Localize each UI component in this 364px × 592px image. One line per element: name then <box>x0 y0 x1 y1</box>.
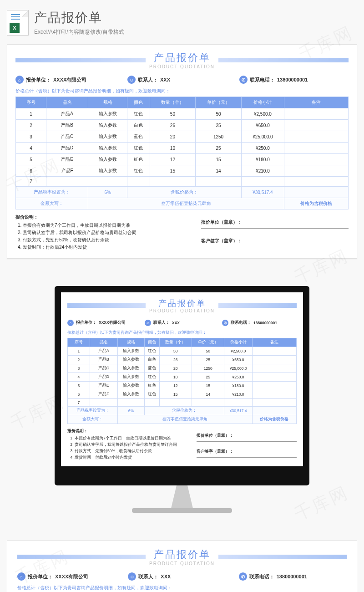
company-value: XXXX有限公司 <box>53 77 86 83</box>
col-color: 颜色 <box>144 338 159 347</box>
quotation-title: 产品报价单 <box>149 51 215 65</box>
person-icon: ☺ <box>127 76 136 84</box>
tax-value: 6% <box>88 187 127 198</box>
quotation-subtitle: PRODUCT QUOTATION <box>149 561 215 566</box>
table-row: 4产品D输入参数红色 1025¥250.0 <box>16 143 349 154</box>
table-row: 6产品F输入参数红色 1514¥210.0 <box>16 165 349 177</box>
total-label: 含税价格为： <box>144 407 224 415</box>
signature-company: 报价单位（盖章）： <box>201 218 349 229</box>
title-bar-right <box>218 555 347 559</box>
contact-label: 联系人： <box>138 573 158 580</box>
phone-value: 13800000001 <box>277 574 307 579</box>
page-header: X 产品报价单 Excel/A4打印/内容随意修改/自带格式 <box>7 9 357 36</box>
quotation-title-block: 产品报价单 PRODUCT QUOTATION <box>67 298 297 313</box>
table-row: 7 <box>16 177 349 187</box>
contact-value: XXX <box>161 574 171 579</box>
quotation-footer: 报价说明： 本报价有效期为7个工作日，生效日期以报价日期为准贵司确认签字后，我司… <box>67 429 297 461</box>
home-icon: ⌂ <box>67 320 74 326</box>
quotation-notice: 价格总计（含税）以下为贵司咨询产品报价明细，如有疑问，欢迎致电询问： <box>67 329 297 338</box>
quotation-notice: 价格总计（含税）以下为贵司咨询产品报价明细，如有疑问，欢迎致电询问： <box>17 583 347 592</box>
table-row: 5产品E输入参数红色 1215¥180.0 <box>16 154 349 165</box>
company-label: 报价单位： <box>26 77 51 83</box>
quotation-notice: 价格总计（含税）以下为贵司咨询产品报价明细，如有疑问，欢迎致电询问： <box>15 87 349 97</box>
table-row: 2产品B输入参数白色 2625¥650.0 <box>16 120 349 131</box>
table-row: 2产品B输入参数白色 2625¥650.0 <box>68 356 297 364</box>
quotation-title: 产品报价单 <box>149 298 215 309</box>
quotation-table: 序号 品名 规格 颜色 数量（个） 单价（元） 价格小计 备注 1产品A输入参数… <box>15 97 349 209</box>
phone-label: 联系电话： <box>249 573 274 580</box>
table-row: 5产品E输入参数红色 1215¥180.0 <box>68 382 297 390</box>
table-row: 1产品A输入参数红色 5050¥2,500.0 <box>16 108 349 120</box>
signature-customer: 客户签字（盖章）： <box>201 236 349 247</box>
title-bar-right <box>218 303 297 308</box>
footer-note-item: 发货时间：付款后24小时内发货 <box>75 454 187 461</box>
phone-value: 13800000001 <box>253 321 277 325</box>
total-value: ¥30,517.4 <box>224 407 252 415</box>
col-seq: 序号 <box>68 338 90 347</box>
col-price: 单价（元） <box>192 338 224 347</box>
signature-company: 报价单位（盖章）： <box>197 432 297 442</box>
quotation-footer: 报价说明： 本报价有效期为7个工作日，生效日期以报价日期为准贵司确认签字后，我司… <box>15 214 349 251</box>
monitor-mockup: 产品报价单 PRODUCT QUOTATION ⌂ 报价单位： XXXX有限公司… <box>7 286 357 513</box>
person-icon: ☺ <box>128 572 136 581</box>
tax-row: 产品税率设置为： 6% 含税价格为： ¥30,517.4 <box>16 187 349 198</box>
tax-label: 产品税率设置为： <box>68 407 118 415</box>
person-icon: ☺ <box>145 320 151 326</box>
phone-value: 13800000001 <box>277 77 308 82</box>
quotation-title-block: 产品报价单 PRODUCT QUOTATION <box>15 51 349 69</box>
footer-note-item: 贵司确认签字后，我司将以报价产品价格与贵司签订合同 <box>23 229 192 236</box>
title-bar-left <box>17 555 146 559</box>
col-spec: 规格 <box>118 338 145 347</box>
phone-icon: ✆ <box>222 320 228 326</box>
company-label: 报价单位： <box>76 320 96 326</box>
table-row: 7 <box>68 399 297 407</box>
amount-cn-value: 叁万零伍佰壹拾柒元肆角 <box>88 198 284 209</box>
quotation-info-row: ⌂ 报价单位： XXXX有限公司 ☺ 联系人： XXX ✆ 联系电话： 1380… <box>67 317 297 329</box>
quotation-info-row: ⌂ 报价单位： XXXX有限公司 ☺ 联系人： XXX ✆ 联系电话： 1380… <box>17 570 347 583</box>
col-qty: 数量（个） <box>159 338 192 347</box>
table-row: 3产品C输入参数蓝色 201250¥25,000.0 <box>68 364 297 373</box>
contact-label: 联系人： <box>153 320 170 326</box>
phone-icon: ✆ <box>239 76 248 84</box>
footer-note-item: 付款方式，先预付50%，收货确认后付余款 <box>23 236 192 244</box>
col-price: 单价（元） <box>196 97 242 108</box>
total-value: ¥30,517.4 <box>241 187 284 198</box>
table-row: 6产品F输入参数红色 1514¥210.0 <box>68 390 297 399</box>
col-qty: 数量（个） <box>150 97 196 108</box>
quotation-title: 产品报价单 <box>149 548 215 561</box>
company-value: XXXX有限公司 <box>55 573 88 580</box>
page-subtitle: Excel/A4打印/内容随意修改/自带格式 <box>34 28 357 36</box>
footer-note-item: 贵司确认签字后，我司将以报价产品价格与贵司签订合同 <box>75 442 187 448</box>
signature-customer: 客户签字（盖章）： <box>197 448 297 458</box>
price-note: 价格为含税价格 <box>284 198 349 209</box>
tax-row: 产品税率设置为： 6% 含税价格为： ¥30,517.4 <box>68 407 297 415</box>
phone-label: 联系电话： <box>231 320 251 326</box>
monitor-base <box>132 508 232 513</box>
col-subtotal: 价格小计 <box>224 338 252 347</box>
footer-notes-list: 本报价有效期为7个工作日，生效日期以报价日期为准贵司确认签字后，我司将以报价产品… <box>75 435 187 461</box>
home-icon: ⌂ <box>17 572 25 581</box>
amount-cn-row: 金额大写： 叁万零伍佰壹拾柒元肆角 价格为含税价格 <box>16 198 349 209</box>
quotation-header-banner: 产品报价单 PRODUCT QUOTATION ⌂ 报价单位： XXXX有限公司… <box>7 540 357 592</box>
amount-cn-row: 金额大写： 叁万零伍佰壹拾柒元肆角 价格为含税价格 <box>68 415 297 424</box>
quotation-subtitle: PRODUCT QUOTATION <box>149 308 215 313</box>
page-title: 产品报价单 <box>34 9 357 26</box>
col-spec: 规格 <box>88 97 127 108</box>
company-label: 报价单位： <box>28 573 53 580</box>
excel-file-icon: X <box>7 10 29 36</box>
footer-note-item: 本报价有效期为7个工作日，生效日期以报价日期为准 <box>75 435 187 442</box>
excel-badge: X <box>10 23 20 33</box>
quotation-table: 序号 品名 规格 颜色 数量（个） 单价（元） 价格小计 备注 1产品A输入参数… <box>67 338 297 424</box>
footer-notes-list: 本报价有效期为7个工作日，生效日期以报价日期为准贵司确认签字后，我司将以报价产品… <box>23 222 192 251</box>
table-header-row: 序号 品名 规格 颜色 数量（个） 单价（元） 价格小计 备注 <box>16 97 349 108</box>
col-name: 品名 <box>90 338 118 347</box>
tax-value: 6% <box>118 407 145 415</box>
tax-label: 产品税率设置为： <box>16 187 88 198</box>
table-row: 1产品A输入参数红色 5050¥2,500.0 <box>68 347 297 356</box>
company-value: XXXX有限公司 <box>99 320 126 326</box>
col-name: 品名 <box>46 97 88 108</box>
col-remark: 备注 <box>284 97 349 108</box>
monitor-screen: 产品报价单 PRODUCT QUOTATION ⌂ 报价单位： XXXX有限公司… <box>55 286 309 473</box>
quotation-info-row: ⌂ 报价单位： XXXX有限公司 ☺ 联系人： XXX ✆ 联系电话： 1380… <box>15 73 349 87</box>
phone-icon: ✆ <box>239 572 247 581</box>
